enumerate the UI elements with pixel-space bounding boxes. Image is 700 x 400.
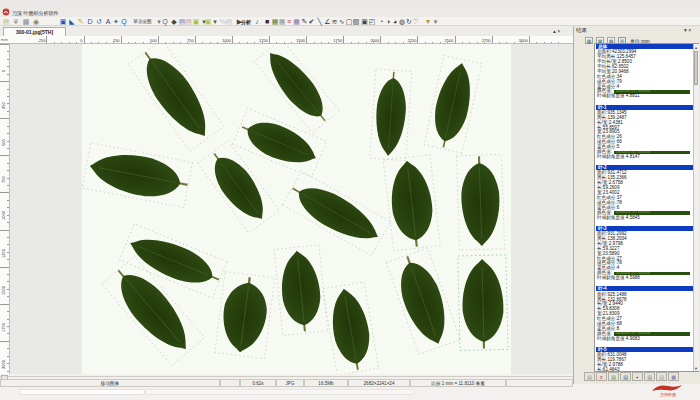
svg-text:万深检测: 万深检测	[660, 392, 676, 397]
